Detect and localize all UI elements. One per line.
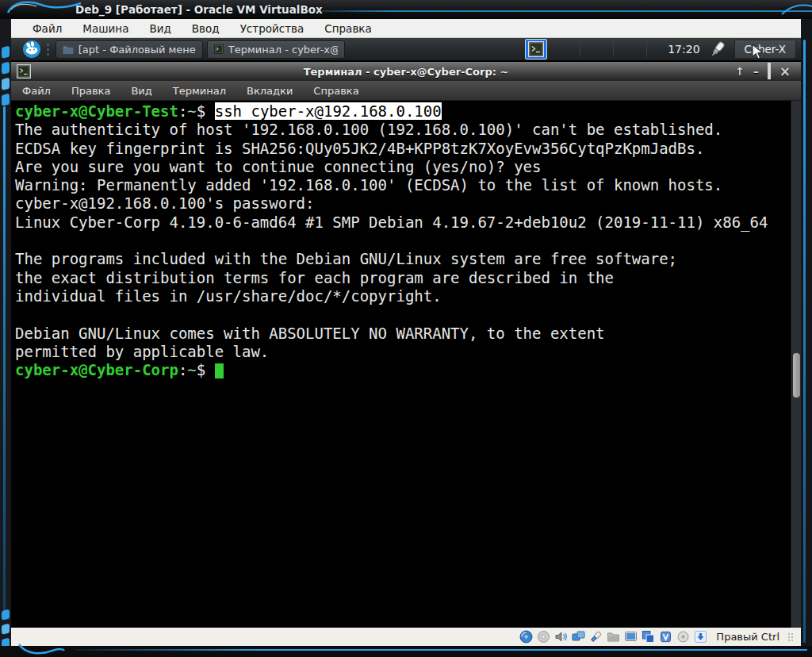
harddisk-icon[interactable] — [519, 630, 533, 644]
virtualization-icon[interactable] — [659, 630, 672, 644]
terminal-line — [15, 232, 788, 250]
terminal-text: cyber-x@Cyber-Test:~$ ssh cyber-x@192.16… — [15, 102, 788, 379]
shared-folders-icon[interactable] — [607, 630, 620, 644]
window-title: Deb_9 [Работает] - Oracle VM VirtualBox — [75, 0, 323, 19]
menu-machine[interactable]: Машина — [72, 19, 139, 38]
vbox-statusbar: Правый Ctrl — [11, 628, 801, 646]
usb-icon[interactable] — [589, 630, 603, 644]
window-buttons: ↑ – × — [735, 62, 801, 81]
terminal-menu-terminal[interactable]: Терминал — [163, 85, 236, 97]
terminal-line: Debian GNU/Linux comes with ABSOLUTELY N… — [15, 325, 788, 343]
terminal-line: ECDSA key fingerprint is SHA256:QUy05JK2… — [15, 140, 788, 158]
theme-swirl-decoration-right — [780, 0, 812, 17]
optical-disc-icon[interactable] — [537, 630, 550, 644]
terminal-line: Linux Cyber-Corp 4.19.0-6-amd64 #1 SMP D… — [15, 213, 788, 232]
terminal-menu-view[interactable]: Вид — [121, 85, 162, 97]
terminal-icon — [528, 41, 544, 57]
border-accent-line-bottom — [75, 649, 807, 651]
resize-grip[interactable] — [788, 633, 795, 641]
menu-file[interactable]: Файл — [22, 19, 72, 38]
terminal-line: the exact distribution terms for each pr… — [15, 269, 788, 287]
titlebar-accent-line — [295, 10, 812, 12]
terminal-line: cyber-x@Cyber-Corp:~$ — [15, 361, 788, 379]
window-titlebar[interactable]: Deb_9 [Работает] - Oracle VM VirtualBox — [0, 0, 812, 19]
menu-help[interactable]: Справка — [314, 19, 381, 38]
tray-terminal-icon[interactable] — [525, 39, 547, 60]
folder-icon — [63, 44, 74, 55]
display-icon[interactable] — [624, 630, 638, 644]
border-accent-line-right — [803, 40, 806, 643]
minimize-button[interactable]: – — [753, 62, 759, 81]
mouse-integration-icon[interactable] — [676, 630, 690, 644]
terminal-titlebar[interactable]: Терминал - cyber-x@Cyber-Corp: ~ ↑ – × — [11, 62, 801, 81]
virtualbox-window: Deb_9 [Работает] - Oracle VM VirtualBox … — [0, 0, 812, 657]
tray-separator — [580, 41, 580, 57]
terminal-line: Are you sure you want to continue connec… — [15, 158, 788, 176]
brush-icon[interactable] — [707, 40, 728, 59]
border-accent-line — [3, 106, 6, 617]
terminal-line: cyber-x@Cyber-Test:~$ ssh cyber-x@192.16… — [15, 102, 788, 121]
terminal-menu-file[interactable]: Файл — [12, 85, 61, 97]
terminal-scrollbar[interactable] — [791, 101, 801, 628]
terminal-menu-tabs[interactable]: Вкладки — [236, 85, 303, 97]
recording-icon[interactable] — [642, 630, 655, 644]
tray-separator — [646, 41, 647, 57]
terminal-menu-edit[interactable]: Правка — [61, 85, 121, 97]
terminal-window: Терминал - cyber-x@Cyber-Corp: ~ ↑ – × Ф… — [11, 62, 801, 628]
mouse-cursor — [752, 44, 764, 61]
terminal-title: Терминал - cyber-x@Cyber-Corp: ~ — [11, 66, 801, 78]
panel-handle[interactable] — [47, 44, 49, 56]
terminal-line: permitted by applicable law. — [15, 343, 788, 361]
network-icon[interactable] — [572, 630, 585, 644]
window-border-right — [801, 19, 812, 657]
terminal-line — [15, 305, 788, 324]
taskbar-item-label: Терминал - cyber-x@C… — [228, 44, 338, 56]
taskbar-item-terminal[interactable]: Терминал - cyber-x@C… — [207, 40, 345, 59]
host-key-state-icon[interactable] — [694, 630, 707, 644]
window-border-bottom — [0, 646, 812, 657]
taskbar-item-filemanager[interactable]: [apt - Файловый мене… — [56, 40, 203, 59]
taskbar-item-label: [apt - Файловый мене… — [79, 44, 196, 56]
terminal-line: Warning: Permanently added '192.168.0.10… — [15, 176, 788, 194]
audio-icon[interactable] — [554, 630, 568, 644]
host-key-label: Правый Ctrl — [716, 631, 779, 643]
terminal-line: The authenticity of host '192.168.0.100 … — [15, 121, 788, 139]
vbox-menubar: Файл Машина Вид Ввод Устройства Справка — [11, 19, 801, 38]
tray-separator — [613, 41, 614, 57]
guest-taskbar: [apt - Файловый мене… Терминал - cyber-x… — [11, 38, 801, 60]
theme-swirl-decoration-bottom — [17, 641, 65, 655]
terminal-line: cyber-x@192.168.0.100's password: — [15, 194, 788, 213]
terminal-content[interactable]: cyber-x@Cyber-Test:~$ ssh cyber-x@192.16… — [11, 101, 801, 628]
shade-button[interactable]: ↑ — [735, 62, 745, 81]
terminal-line: The programs included with the Debian GN… — [15, 250, 788, 268]
clock[interactable]: 17:20 — [668, 43, 699, 56]
menu-view[interactable]: Вид — [139, 19, 181, 38]
close-button[interactable]: × — [779, 62, 791, 81]
window-border-left — [0, 19, 11, 657]
terminal-icon — [214, 44, 224, 55]
scrollbar-thumb[interactable] — [793, 353, 800, 398]
terminal-line: individual files in /usr/share/doc/*/cop… — [15, 287, 788, 305]
maximize-button[interactable] — [768, 62, 771, 81]
terminal-menubar: Файл Правка Вид Терминал Вкладки Справка — [11, 81, 801, 101]
menu-input[interactable]: Ввод — [182, 19, 230, 38]
user-menu-button[interactable]: Cyber-X — [734, 40, 796, 59]
border-shield-decoration — [1, 43, 11, 114]
vm-display[interactable]: [apt - Файловый мене… Терминал - cyber-x… — [11, 38, 801, 628]
menu-devices[interactable]: Устройства — [230, 19, 315, 38]
app-menu-rabbit-icon[interactable] — [22, 40, 41, 59]
terminal-menu-help[interactable]: Справка — [303, 85, 369, 97]
